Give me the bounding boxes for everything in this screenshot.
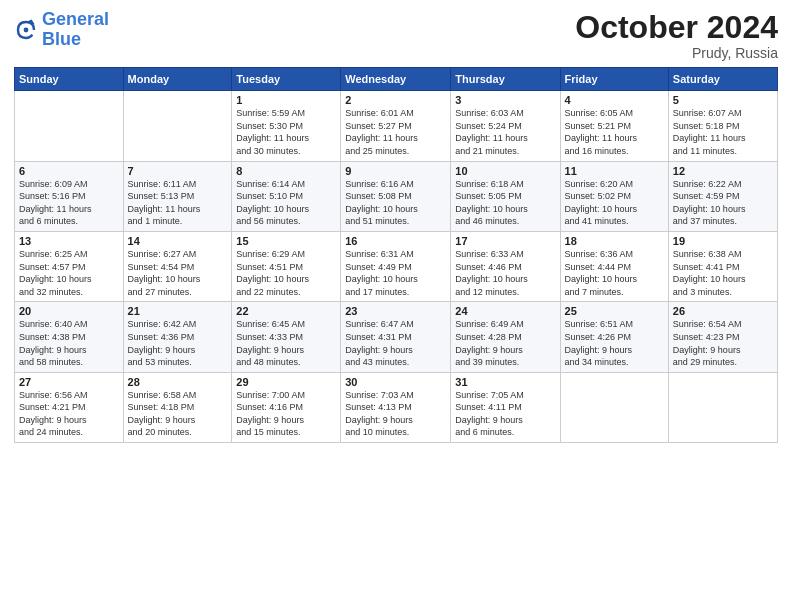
- day-info: Sunrise: 6:25 AM Sunset: 4:57 PM Dayligh…: [19, 248, 119, 298]
- day-info: Sunrise: 6:14 AM Sunset: 5:10 PM Dayligh…: [236, 178, 336, 228]
- header: General Blue October 2024 Prudy, Russia: [14, 10, 778, 61]
- calendar-cell: 8Sunrise: 6:14 AM Sunset: 5:10 PM Daylig…: [232, 161, 341, 231]
- day-info: Sunrise: 6:16 AM Sunset: 5:08 PM Dayligh…: [345, 178, 446, 228]
- location: Prudy, Russia: [575, 45, 778, 61]
- day-info: Sunrise: 6:11 AM Sunset: 5:13 PM Dayligh…: [128, 178, 228, 228]
- day-info: Sunrise: 6:58 AM Sunset: 4:18 PM Dayligh…: [128, 389, 228, 439]
- calendar-cell: 20Sunrise: 6:40 AM Sunset: 4:38 PM Dayli…: [15, 302, 124, 372]
- day-info: Sunrise: 6:01 AM Sunset: 5:27 PM Dayligh…: [345, 107, 446, 157]
- day-info: Sunrise: 7:03 AM Sunset: 4:13 PM Dayligh…: [345, 389, 446, 439]
- day-number: 5: [673, 94, 773, 106]
- calendar-col-header: Thursday: [451, 68, 560, 91]
- calendar-cell: 6Sunrise: 6:09 AM Sunset: 5:16 PM Daylig…: [15, 161, 124, 231]
- day-info: Sunrise: 6:07 AM Sunset: 5:18 PM Dayligh…: [673, 107, 773, 157]
- day-info: Sunrise: 6:54 AM Sunset: 4:23 PM Dayligh…: [673, 318, 773, 368]
- logo: General Blue: [14, 10, 109, 50]
- calendar-table: SundayMondayTuesdayWednesdayThursdayFrid…: [14, 67, 778, 443]
- calendar-header-row: SundayMondayTuesdayWednesdayThursdayFrid…: [15, 68, 778, 91]
- day-number: 3: [455, 94, 555, 106]
- calendar-cell: 12Sunrise: 6:22 AM Sunset: 4:59 PM Dayli…: [668, 161, 777, 231]
- calendar-week-row: 20Sunrise: 6:40 AM Sunset: 4:38 PM Dayli…: [15, 302, 778, 372]
- day-number: 15: [236, 235, 336, 247]
- calendar-cell: 1Sunrise: 5:59 AM Sunset: 5:30 PM Daylig…: [232, 91, 341, 161]
- day-number: 30: [345, 376, 446, 388]
- day-number: 27: [19, 376, 119, 388]
- svg-point-0: [24, 27, 29, 32]
- day-info: Sunrise: 6:27 AM Sunset: 4:54 PM Dayligh…: [128, 248, 228, 298]
- day-number: 10: [455, 165, 555, 177]
- day-number: 9: [345, 165, 446, 177]
- calendar-cell: [15, 91, 124, 161]
- page: General Blue October 2024 Prudy, Russia …: [0, 0, 792, 612]
- day-info: Sunrise: 6:47 AM Sunset: 4:31 PM Dayligh…: [345, 318, 446, 368]
- day-info: Sunrise: 6:42 AM Sunset: 4:36 PM Dayligh…: [128, 318, 228, 368]
- day-number: 14: [128, 235, 228, 247]
- day-number: 19: [673, 235, 773, 247]
- calendar-cell: 23Sunrise: 6:47 AM Sunset: 4:31 PM Dayli…: [341, 302, 451, 372]
- day-number: 17: [455, 235, 555, 247]
- calendar-cell: 11Sunrise: 6:20 AM Sunset: 5:02 PM Dayli…: [560, 161, 668, 231]
- day-info: Sunrise: 6:29 AM Sunset: 4:51 PM Dayligh…: [236, 248, 336, 298]
- calendar-cell: [560, 372, 668, 442]
- calendar-cell: [123, 91, 232, 161]
- day-info: Sunrise: 6:36 AM Sunset: 4:44 PM Dayligh…: [565, 248, 664, 298]
- day-info: Sunrise: 6:20 AM Sunset: 5:02 PM Dayligh…: [565, 178, 664, 228]
- day-number: 18: [565, 235, 664, 247]
- calendar-cell: 26Sunrise: 6:54 AM Sunset: 4:23 PM Dayli…: [668, 302, 777, 372]
- day-number: 26: [673, 305, 773, 317]
- calendar-col-header: Friday: [560, 68, 668, 91]
- day-number: 29: [236, 376, 336, 388]
- day-number: 21: [128, 305, 228, 317]
- day-number: 23: [345, 305, 446, 317]
- day-number: 8: [236, 165, 336, 177]
- calendar-col-header: Saturday: [668, 68, 777, 91]
- calendar-week-row: 27Sunrise: 6:56 AM Sunset: 4:21 PM Dayli…: [15, 372, 778, 442]
- calendar-cell: [668, 372, 777, 442]
- day-number: 6: [19, 165, 119, 177]
- day-number: 13: [19, 235, 119, 247]
- day-number: 4: [565, 94, 664, 106]
- day-info: Sunrise: 6:45 AM Sunset: 4:33 PM Dayligh…: [236, 318, 336, 368]
- calendar-cell: 3Sunrise: 6:03 AM Sunset: 5:24 PM Daylig…: [451, 91, 560, 161]
- day-number: 28: [128, 376, 228, 388]
- day-number: 20: [19, 305, 119, 317]
- day-number: 1: [236, 94, 336, 106]
- calendar-cell: 16Sunrise: 6:31 AM Sunset: 4:49 PM Dayli…: [341, 231, 451, 301]
- day-info: Sunrise: 6:40 AM Sunset: 4:38 PM Dayligh…: [19, 318, 119, 368]
- calendar-week-row: 1Sunrise: 5:59 AM Sunset: 5:30 PM Daylig…: [15, 91, 778, 161]
- calendar-col-header: Tuesday: [232, 68, 341, 91]
- day-number: 7: [128, 165, 228, 177]
- calendar-cell: 28Sunrise: 6:58 AM Sunset: 4:18 PM Dayli…: [123, 372, 232, 442]
- day-info: Sunrise: 6:51 AM Sunset: 4:26 PM Dayligh…: [565, 318, 664, 368]
- calendar-cell: 24Sunrise: 6:49 AM Sunset: 4:28 PM Dayli…: [451, 302, 560, 372]
- calendar-cell: 5Sunrise: 6:07 AM Sunset: 5:18 PM Daylig…: [668, 91, 777, 161]
- calendar-cell: 31Sunrise: 7:05 AM Sunset: 4:11 PM Dayli…: [451, 372, 560, 442]
- day-info: Sunrise: 6:49 AM Sunset: 4:28 PM Dayligh…: [455, 318, 555, 368]
- day-info: Sunrise: 6:33 AM Sunset: 4:46 PM Dayligh…: [455, 248, 555, 298]
- day-number: 25: [565, 305, 664, 317]
- logo-line2: Blue: [42, 29, 81, 49]
- calendar-cell: 19Sunrise: 6:38 AM Sunset: 4:41 PM Dayli…: [668, 231, 777, 301]
- day-info: Sunrise: 7:05 AM Sunset: 4:11 PM Dayligh…: [455, 389, 555, 439]
- day-number: 22: [236, 305, 336, 317]
- calendar-cell: 14Sunrise: 6:27 AM Sunset: 4:54 PM Dayli…: [123, 231, 232, 301]
- day-info: Sunrise: 6:05 AM Sunset: 5:21 PM Dayligh…: [565, 107, 664, 157]
- calendar-cell: 22Sunrise: 6:45 AM Sunset: 4:33 PM Dayli…: [232, 302, 341, 372]
- day-info: Sunrise: 6:56 AM Sunset: 4:21 PM Dayligh…: [19, 389, 119, 439]
- calendar-cell: 7Sunrise: 6:11 AM Sunset: 5:13 PM Daylig…: [123, 161, 232, 231]
- month-title: October 2024: [575, 10, 778, 45]
- day-info: Sunrise: 6:03 AM Sunset: 5:24 PM Dayligh…: [455, 107, 555, 157]
- calendar-cell: 29Sunrise: 7:00 AM Sunset: 4:16 PM Dayli…: [232, 372, 341, 442]
- day-info: Sunrise: 7:00 AM Sunset: 4:16 PM Dayligh…: [236, 389, 336, 439]
- logo-text: General Blue: [42, 10, 109, 50]
- day-info: Sunrise: 6:22 AM Sunset: 4:59 PM Dayligh…: [673, 178, 773, 228]
- calendar-col-header: Sunday: [15, 68, 124, 91]
- day-number: 12: [673, 165, 773, 177]
- calendar-cell: 17Sunrise: 6:33 AM Sunset: 4:46 PM Dayli…: [451, 231, 560, 301]
- calendar-cell: 9Sunrise: 6:16 AM Sunset: 5:08 PM Daylig…: [341, 161, 451, 231]
- calendar-cell: 21Sunrise: 6:42 AM Sunset: 4:36 PM Dayli…: [123, 302, 232, 372]
- day-number: 31: [455, 376, 555, 388]
- day-number: 2: [345, 94, 446, 106]
- calendar-cell: 2Sunrise: 6:01 AM Sunset: 5:27 PM Daylig…: [341, 91, 451, 161]
- calendar-cell: 10Sunrise: 6:18 AM Sunset: 5:05 PM Dayli…: [451, 161, 560, 231]
